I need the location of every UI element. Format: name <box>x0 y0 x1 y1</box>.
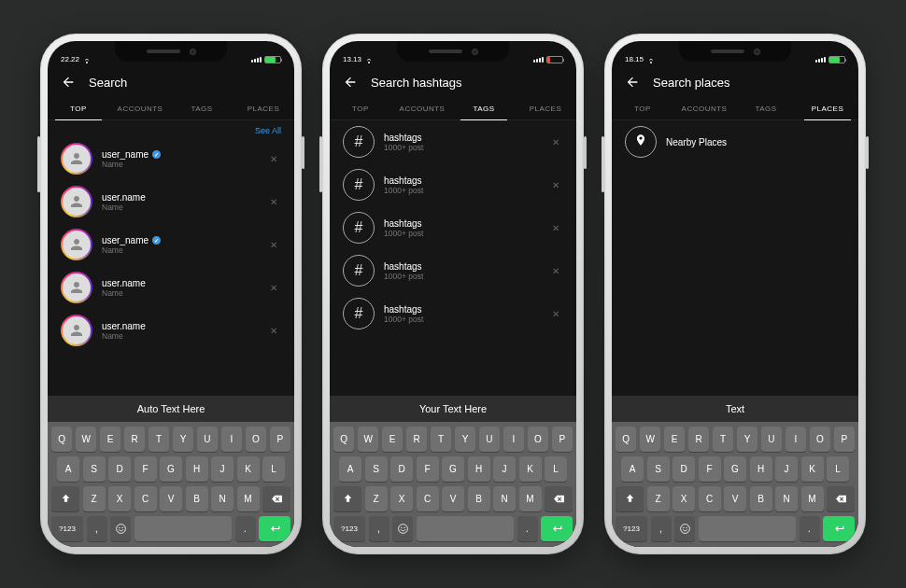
list-item[interactable]: user.nameName ✕ <box>48 309 294 352</box>
key-G[interactable]: G <box>160 456 182 482</box>
key-O[interactable]: O <box>246 427 266 452</box>
key-K[interactable]: K <box>519 456 542 482</box>
text-suggestion[interactable]: Text <box>612 396 858 422</box>
see-all-link[interactable]: See All <box>48 120 294 137</box>
key-D[interactable]: D <box>390 456 413 482</box>
list-item[interactable]: user_nameName ✕ <box>48 137 294 180</box>
list-item[interactable]: # hashtags1000+ post ✕ <box>330 292 576 335</box>
key-Y[interactable]: Y <box>455 427 475 452</box>
remove-button[interactable]: ✕ <box>266 236 281 254</box>
text-suggestion[interactable]: Auto Text Here <box>48 396 294 422</box>
key-P[interactable]: P <box>834 427 855 452</box>
key-A[interactable]: A <box>621 456 644 482</box>
key-return[interactable] <box>541 516 573 541</box>
tab-top[interactable]: TOP <box>330 97 391 119</box>
key-J[interactable]: J <box>775 456 798 482</box>
key-H[interactable]: H <box>750 456 772 482</box>
key-return[interactable] <box>259 516 290 541</box>
key-Q[interactable]: Q <box>51 427 72 452</box>
key-R[interactable]: R <box>688 427 709 452</box>
key-M[interactable]: M <box>801 486 824 511</box>
key-emoji[interactable] <box>392 516 413 541</box>
key-Z[interactable]: Z <box>365 486 388 511</box>
key-T[interactable]: T <box>713 427 733 452</box>
key-G[interactable]: G <box>724 456 746 482</box>
key-U[interactable]: U <box>479 427 500 452</box>
key-L[interactable]: L <box>545 456 567 482</box>
key-Y[interactable]: Y <box>737 427 757 452</box>
key-E[interactable]: E <box>100 427 120 452</box>
key-shift[interactable] <box>333 486 361 511</box>
key-shift[interactable] <box>51 486 79 511</box>
key-symbols[interactable]: ?123 <box>333 516 365 541</box>
key-C[interactable]: C <box>417 486 439 511</box>
back-button[interactable] <box>61 75 76 90</box>
list-item[interactable]: # hashtags1000+ post ✕ <box>330 120 576 163</box>
key-space[interactable] <box>699 516 797 541</box>
key-space[interactable] <box>417 516 515 541</box>
key-C[interactable]: C <box>699 486 721 511</box>
key-G[interactable]: G <box>442 456 464 482</box>
key-B[interactable]: B <box>750 486 772 511</box>
key-S[interactable]: S <box>83 456 106 482</box>
tab-places[interactable]: PLACES <box>515 97 576 119</box>
key-period[interactable]: . <box>235 516 256 541</box>
key-U[interactable]: U <box>197 427 218 452</box>
tab-accounts[interactable]: ACCOUNTS <box>673 97 735 119</box>
key-Y[interactable]: Y <box>173 427 193 452</box>
remove-button[interactable]: ✕ <box>266 150 281 168</box>
back-button[interactable] <box>343 75 358 90</box>
key-period[interactable]: . <box>517 516 538 541</box>
key-S[interactable]: S <box>647 456 670 482</box>
key-emoji[interactable] <box>674 516 695 541</box>
key-V[interactable]: V <box>724 486 746 511</box>
key-P[interactable]: P <box>552 427 573 452</box>
tab-accounts[interactable]: ACCOUNTS <box>109 97 171 119</box>
remove-button[interactable]: ✕ <box>548 262 563 280</box>
key-R[interactable]: R <box>406 427 427 452</box>
key-backspace[interactable] <box>827 486 855 511</box>
key-V[interactable]: V <box>442 486 464 511</box>
key-J[interactable]: J <box>211 456 234 482</box>
key-X[interactable]: X <box>390 486 413 511</box>
key-N[interactable]: N <box>775 486 798 511</box>
remove-button[interactable]: ✕ <box>548 219 563 237</box>
key-Q[interactable]: Q <box>333 427 354 452</box>
key-W[interactable]: W <box>76 427 96 452</box>
list-item[interactable]: Nearby Places <box>612 120 858 163</box>
key-O[interactable]: O <box>528 427 548 452</box>
key-E[interactable]: E <box>664 427 685 452</box>
key-E[interactable]: E <box>382 427 403 452</box>
remove-button[interactable]: ✕ <box>548 133 563 151</box>
key-A[interactable]: A <box>339 456 361 482</box>
key-symbols[interactable]: ?123 <box>616 516 647 541</box>
tab-places[interactable]: PLACES <box>233 97 294 119</box>
key-comma[interactable]: , <box>87 516 107 541</box>
key-return[interactable] <box>823 516 855 541</box>
tab-tags[interactable]: TAGS <box>453 97 515 119</box>
key-C[interactable]: C <box>134 486 157 511</box>
key-H[interactable]: H <box>186 456 208 482</box>
key-symbols[interactable]: ?123 <box>51 516 83 541</box>
key-Z[interactable]: Z <box>83 486 106 511</box>
list-item[interactable]: # hashtags1000+ post ✕ <box>330 206 576 249</box>
tab-tags[interactable]: TAGS <box>735 97 797 119</box>
key-K[interactable]: K <box>237 456 260 482</box>
key-Q[interactable]: Q <box>616 427 636 452</box>
key-period[interactable]: . <box>800 516 820 541</box>
key-backspace[interactable] <box>262 486 290 511</box>
key-comma[interactable]: , <box>651 516 672 541</box>
key-M[interactable]: M <box>519 486 542 511</box>
key-I[interactable]: I <box>503 427 524 452</box>
key-B[interactable]: B <box>468 486 490 511</box>
remove-button[interactable]: ✕ <box>548 305 563 323</box>
key-Z[interactable]: Z <box>647 486 670 511</box>
key-X[interactable]: X <box>108 486 131 511</box>
key-F[interactable]: F <box>699 456 721 482</box>
key-L[interactable]: L <box>827 456 849 482</box>
key-I[interactable]: I <box>221 427 242 452</box>
list-item[interactable]: user.nameName ✕ <box>48 266 294 309</box>
key-D[interactable]: D <box>672 456 695 482</box>
key-J[interactable]: J <box>493 456 516 482</box>
key-N[interactable]: N <box>211 486 234 511</box>
